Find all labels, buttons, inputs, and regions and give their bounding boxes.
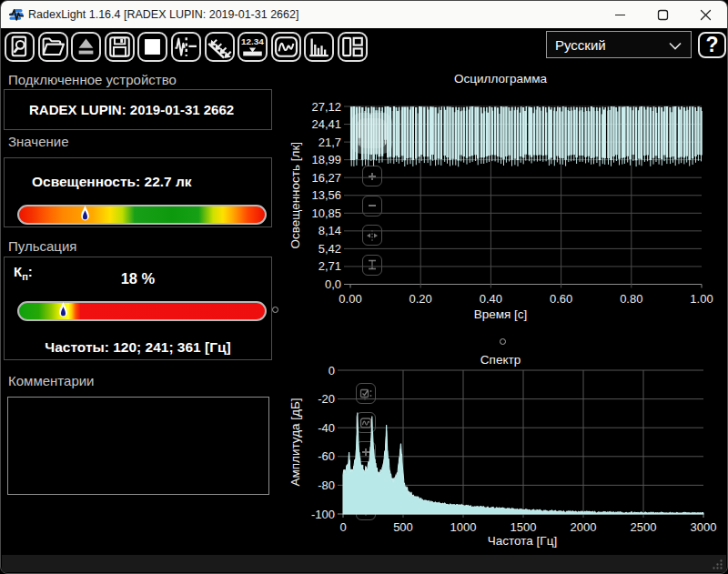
spec-x-tick: 2500 — [631, 520, 657, 534]
device-name: RADEX LUPIN: 2019-01-31 2662 — [29, 90, 234, 129]
digits-12-34-icon: 12.34 — [239, 34, 266, 60]
stop-button[interactable] — [137, 32, 167, 62]
open-folder-icon — [40, 34, 66, 60]
language-select-value: Русский — [547, 37, 669, 53]
oscillogram-chart[interactable]: Осциллограмма0,02,715,428,1410,8513,5616… — [274, 68, 727, 336]
illuminance-scale-bar — [17, 205, 267, 225]
titlebar: RadexLight 1.16.4 [RADEX LUPIN: 2019-01-… — [1, 1, 727, 28]
spec-y-tick: 0 — [329, 364, 335, 378]
oscillogram-view-button[interactable] — [271, 32, 301, 62]
svg-text:12.34: 12.34 — [241, 35, 264, 45]
osc-x-tick: 1.00 — [690, 292, 713, 306]
osc-y-tick: 2,71 — [318, 259, 341, 273]
spectrum-title: Спектр — [480, 353, 521, 367]
maximize-icon — [657, 9, 669, 21]
device-section-label: Подключенное устройство — [8, 72, 177, 87]
app-window: RadexLight 1.16.4 [RADEX LUPIN: 2019-01-… — [0, 0, 728, 574]
osc-y-tick: 27,12 — [311, 100, 341, 114]
osc-y-tick: 13,56 — [311, 188, 341, 202]
spec-x-tick: 500 — [393, 520, 413, 534]
device-box: RADEX LUPIN: 2019-01-31 2662 — [4, 89, 272, 130]
split-layout-icon — [339, 34, 366, 60]
document-magnifier-icon — [6, 34, 33, 60]
numeric-display-button[interactable]: 12.34 — [238, 32, 268, 62]
maximize-button[interactable] — [642, 1, 684, 28]
floppy-disk-icon — [106, 34, 133, 60]
statusbar — [2, 555, 726, 572]
bar-chart-icon — [306, 34, 332, 60]
open-file-button[interactable] — [38, 32, 68, 62]
close-button[interactable] — [684, 1, 727, 28]
osc-y-tick: 5,42 — [318, 242, 341, 256]
eject-device-button[interactable] — [71, 32, 101, 62]
start-measure-button[interactable] — [171, 32, 201, 62]
spec-y-tick: -100 — [311, 508, 335, 521]
osc-ylabel: Освещенность [лк] — [288, 142, 302, 249]
rays-icon — [207, 34, 233, 60]
help-button[interactable]: ? — [698, 32, 726, 58]
pulsation-scale-bar — [17, 301, 267, 321]
osc-trace — [351, 106, 701, 161]
spec-x-tick: 0 — [339, 520, 346, 534]
toolbar: Русский ? 12.34 — [1, 28, 727, 65]
spec-x-tick: 2000 — [571, 520, 597, 534]
oscillogram-title: Осциллограмма — [454, 72, 547, 86]
spec-xlabel: Частота [Гц] — [488, 534, 557, 548]
find-device-button[interactable] — [5, 32, 35, 62]
layout-panels-button[interactable] — [338, 32, 368, 62]
spectrum-view-button[interactable] — [304, 32, 334, 62]
eject-icon — [73, 34, 99, 60]
osc-y-tick: 24,41 — [311, 117, 341, 131]
osc-y-tick: 10,85 — [311, 206, 341, 220]
window-title: RadexLight 1.16.4 [RADEX LUPIN: 2019-01-… — [28, 1, 298, 28]
osc-x-tick: 0.40 — [480, 292, 502, 306]
comments-input[interactable] — [7, 397, 269, 495]
osc-y-tick: 18,99 — [311, 153, 341, 166]
spec-ylabel: Амплитуда [дБ] — [288, 398, 302, 486]
light-rays-mode-button[interactable] — [205, 32, 235, 62]
minimize-icon — [614, 9, 626, 21]
kp-value: 18 % — [5, 270, 271, 287]
spec-y-tick: -40 — [318, 421, 335, 435]
horizontal-splitter-handle[interactable] — [500, 338, 506, 345]
illuminance-marker-icon — [79, 204, 91, 227]
resize-grip[interactable] — [711, 558, 723, 570]
osc-x-tick: 0.80 — [620, 292, 642, 306]
spec-x-tick: 1500 — [511, 520, 537, 534]
spec-y-tick: -20 — [318, 392, 335, 406]
spec-x-tick: 3000 — [691, 520, 717, 534]
illuminance-reading: Освещенность: 22.7 лк — [32, 174, 192, 190]
comments-section-label: Комментарии — [8, 373, 94, 388]
wave-frame-icon — [273, 34, 299, 60]
spectrum-chart[interactable]: Спектр0-20-40-60-80-10005001000150020002… — [274, 348, 727, 552]
pulse-dashed-icon — [173, 34, 199, 60]
spec-x-tick: 1000 — [450, 520, 477, 534]
app-icon — [9, 8, 24, 21]
osc-x-tick: 0.60 — [550, 292, 572, 306]
language-select[interactable]: Русский — [546, 31, 692, 58]
value-section-label: Значение — [8, 134, 69, 149]
minimize-button[interactable] — [599, 1, 642, 28]
osc-xlabel: Время [с] — [474, 307, 528, 321]
chevron-down-icon — [669, 37, 691, 53]
osc-y-tick: 0,0 — [325, 277, 341, 291]
close-icon — [700, 9, 712, 21]
stop-square-icon — [139, 34, 166, 60]
save-file-button[interactable] — [105, 32, 135, 62]
pulsation-section-label: Пульсация — [8, 238, 76, 254]
osc-x-tick: 0.20 — [410, 292, 432, 306]
osc-y-tick: 16,27 — [311, 171, 341, 185]
pulsation-box: Кп: 18 % Частоты: 120; 241; 361 [Гц] — [4, 257, 272, 360]
frequencies-text: Частоты: 120; 241; 361 [Гц] — [5, 339, 271, 356]
spec-y-tick: -80 — [318, 478, 335, 492]
osc-x-tick: 0.00 — [339, 292, 361, 306]
pulsation-marker-icon — [57, 300, 69, 323]
spec-y-tick: -60 — [318, 449, 335, 463]
value-box: Освещенность: 22.7 лк — [4, 157, 272, 227]
osc-y-tick: 8,14 — [318, 224, 341, 237]
osc-y-tick: 21,7 — [318, 136, 341, 149]
